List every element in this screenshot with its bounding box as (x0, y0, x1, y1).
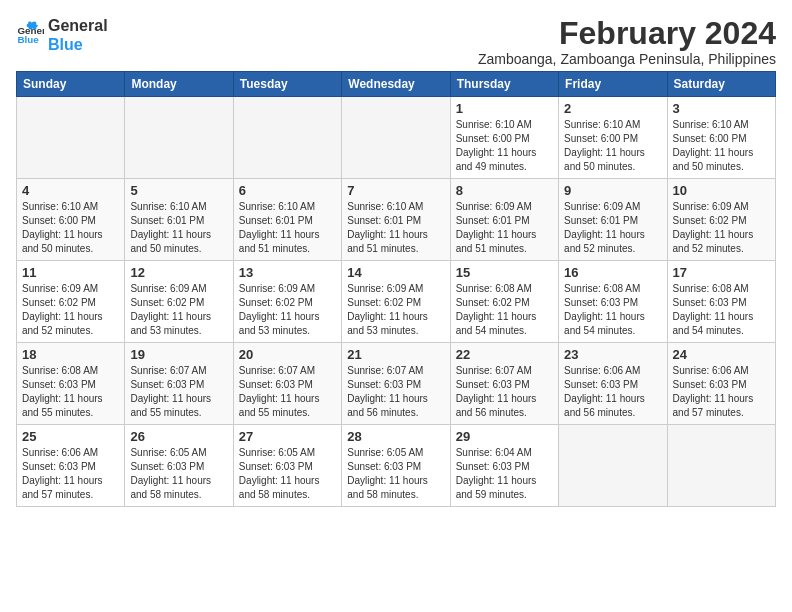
day-cell: 2Sunrise: 6:10 AM Sunset: 6:00 PM Daylig… (559, 97, 667, 179)
day-number: 7 (347, 183, 444, 198)
day-cell: 28Sunrise: 6:05 AM Sunset: 6:03 PM Dayli… (342, 425, 450, 507)
day-cell: 20Sunrise: 6:07 AM Sunset: 6:03 PM Dayli… (233, 343, 341, 425)
day-number: 27 (239, 429, 336, 444)
day-number: 20 (239, 347, 336, 362)
day-number: 24 (673, 347, 770, 362)
day-cell: 10Sunrise: 6:09 AM Sunset: 6:02 PM Dayli… (667, 179, 775, 261)
day-number: 26 (130, 429, 227, 444)
day-cell: 1Sunrise: 6:10 AM Sunset: 6:00 PM Daylig… (450, 97, 558, 179)
day-cell (17, 97, 125, 179)
logo-text-blue: Blue (48, 35, 108, 54)
day-number: 2 (564, 101, 661, 116)
day-number: 13 (239, 265, 336, 280)
day-info: Sunrise: 6:07 AM Sunset: 6:03 PM Dayligh… (347, 364, 444, 420)
day-number: 5 (130, 183, 227, 198)
day-number: 22 (456, 347, 553, 362)
day-number: 28 (347, 429, 444, 444)
day-number: 12 (130, 265, 227, 280)
day-info: Sunrise: 6:07 AM Sunset: 6:03 PM Dayligh… (239, 364, 336, 420)
day-info: Sunrise: 6:09 AM Sunset: 6:01 PM Dayligh… (564, 200, 661, 256)
header-row: SundayMondayTuesdayWednesdayThursdayFrid… (17, 72, 776, 97)
day-info: Sunrise: 6:10 AM Sunset: 6:00 PM Dayligh… (673, 118, 770, 174)
day-info: Sunrise: 6:05 AM Sunset: 6:03 PM Dayligh… (347, 446, 444, 502)
day-cell (559, 425, 667, 507)
calendar-header: SundayMondayTuesdayWednesdayThursdayFrid… (17, 72, 776, 97)
day-number: 3 (673, 101, 770, 116)
header-cell-thursday: Thursday (450, 72, 558, 97)
day-info: Sunrise: 6:09 AM Sunset: 6:01 PM Dayligh… (456, 200, 553, 256)
day-number: 10 (673, 183, 770, 198)
day-cell: 9Sunrise: 6:09 AM Sunset: 6:01 PM Daylig… (559, 179, 667, 261)
day-info: Sunrise: 6:07 AM Sunset: 6:03 PM Dayligh… (130, 364, 227, 420)
page-header: General Blue General Blue February 2024 … (16, 16, 776, 67)
day-number: 25 (22, 429, 119, 444)
svg-text:Blue: Blue (17, 35, 39, 46)
day-info: Sunrise: 6:06 AM Sunset: 6:03 PM Dayligh… (22, 446, 119, 502)
day-number: 17 (673, 265, 770, 280)
day-number: 8 (456, 183, 553, 198)
day-cell: 12Sunrise: 6:09 AM Sunset: 6:02 PM Dayli… (125, 261, 233, 343)
day-number: 19 (130, 347, 227, 362)
day-info: Sunrise: 6:10 AM Sunset: 6:01 PM Dayligh… (347, 200, 444, 256)
day-cell: 29Sunrise: 6:04 AM Sunset: 6:03 PM Dayli… (450, 425, 558, 507)
day-cell: 21Sunrise: 6:07 AM Sunset: 6:03 PM Dayli… (342, 343, 450, 425)
week-row-1: 1Sunrise: 6:10 AM Sunset: 6:00 PM Daylig… (17, 97, 776, 179)
header-cell-saturday: Saturday (667, 72, 775, 97)
header-cell-wednesday: Wednesday (342, 72, 450, 97)
day-info: Sunrise: 6:09 AM Sunset: 6:02 PM Dayligh… (347, 282, 444, 338)
day-info: Sunrise: 6:09 AM Sunset: 6:02 PM Dayligh… (239, 282, 336, 338)
day-cell: 3Sunrise: 6:10 AM Sunset: 6:00 PM Daylig… (667, 97, 775, 179)
day-cell (667, 425, 775, 507)
week-row-5: 25Sunrise: 6:06 AM Sunset: 6:03 PM Dayli… (17, 425, 776, 507)
day-cell (233, 97, 341, 179)
day-cell: 4Sunrise: 6:10 AM Sunset: 6:00 PM Daylig… (17, 179, 125, 261)
day-cell: 11Sunrise: 6:09 AM Sunset: 6:02 PM Dayli… (17, 261, 125, 343)
day-info: Sunrise: 6:08 AM Sunset: 6:02 PM Dayligh… (456, 282, 553, 338)
day-number: 23 (564, 347, 661, 362)
day-number: 11 (22, 265, 119, 280)
day-info: Sunrise: 6:08 AM Sunset: 6:03 PM Dayligh… (673, 282, 770, 338)
calendar-title: February 2024 (478, 16, 776, 51)
day-info: Sunrise: 6:10 AM Sunset: 6:00 PM Dayligh… (22, 200, 119, 256)
day-cell: 26Sunrise: 6:05 AM Sunset: 6:03 PM Dayli… (125, 425, 233, 507)
logo-icon: General Blue (16, 21, 44, 49)
day-cell: 24Sunrise: 6:06 AM Sunset: 6:03 PM Dayli… (667, 343, 775, 425)
logo-text-general: General (48, 16, 108, 35)
title-block: February 2024 Zamboanga, Zamboanga Penin… (478, 16, 776, 67)
header-cell-sunday: Sunday (17, 72, 125, 97)
day-cell (342, 97, 450, 179)
day-info: Sunrise: 6:10 AM Sunset: 6:01 PM Dayligh… (130, 200, 227, 256)
day-info: Sunrise: 6:09 AM Sunset: 6:02 PM Dayligh… (22, 282, 119, 338)
day-cell: 15Sunrise: 6:08 AM Sunset: 6:02 PM Dayli… (450, 261, 558, 343)
day-info: Sunrise: 6:10 AM Sunset: 6:00 PM Dayligh… (564, 118, 661, 174)
day-info: Sunrise: 6:08 AM Sunset: 6:03 PM Dayligh… (564, 282, 661, 338)
day-info: Sunrise: 6:07 AM Sunset: 6:03 PM Dayligh… (456, 364, 553, 420)
day-number: 16 (564, 265, 661, 280)
day-info: Sunrise: 6:09 AM Sunset: 6:02 PM Dayligh… (673, 200, 770, 256)
day-cell: 18Sunrise: 6:08 AM Sunset: 6:03 PM Dayli… (17, 343, 125, 425)
header-cell-tuesday: Tuesday (233, 72, 341, 97)
week-row-3: 11Sunrise: 6:09 AM Sunset: 6:02 PM Dayli… (17, 261, 776, 343)
day-number: 14 (347, 265, 444, 280)
calendar-table: SundayMondayTuesdayWednesdayThursdayFrid… (16, 71, 776, 507)
day-number: 4 (22, 183, 119, 198)
calendar-subtitle: Zamboanga, Zamboanga Peninsula, Philippi… (478, 51, 776, 67)
day-cell: 6Sunrise: 6:10 AM Sunset: 6:01 PM Daylig… (233, 179, 341, 261)
day-number: 1 (456, 101, 553, 116)
day-number: 21 (347, 347, 444, 362)
day-info: Sunrise: 6:06 AM Sunset: 6:03 PM Dayligh… (564, 364, 661, 420)
day-number: 6 (239, 183, 336, 198)
day-cell: 16Sunrise: 6:08 AM Sunset: 6:03 PM Dayli… (559, 261, 667, 343)
header-cell-monday: Monday (125, 72, 233, 97)
day-cell (125, 97, 233, 179)
calendar-body: 1Sunrise: 6:10 AM Sunset: 6:00 PM Daylig… (17, 97, 776, 507)
day-info: Sunrise: 6:08 AM Sunset: 6:03 PM Dayligh… (22, 364, 119, 420)
header-cell-friday: Friday (559, 72, 667, 97)
day-cell: 13Sunrise: 6:09 AM Sunset: 6:02 PM Dayli… (233, 261, 341, 343)
day-cell: 27Sunrise: 6:05 AM Sunset: 6:03 PM Dayli… (233, 425, 341, 507)
day-info: Sunrise: 6:10 AM Sunset: 6:00 PM Dayligh… (456, 118, 553, 174)
week-row-2: 4Sunrise: 6:10 AM Sunset: 6:00 PM Daylig… (17, 179, 776, 261)
day-info: Sunrise: 6:04 AM Sunset: 6:03 PM Dayligh… (456, 446, 553, 502)
day-cell: 17Sunrise: 6:08 AM Sunset: 6:03 PM Dayli… (667, 261, 775, 343)
day-cell: 19Sunrise: 6:07 AM Sunset: 6:03 PM Dayli… (125, 343, 233, 425)
